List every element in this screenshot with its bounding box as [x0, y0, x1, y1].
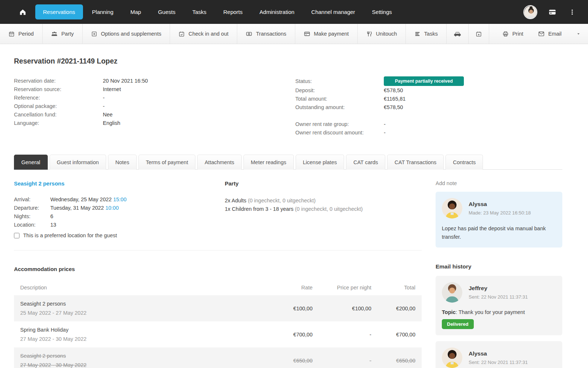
tasks-button[interactable]: Tasks	[406, 24, 447, 44]
user-avatar[interactable]	[523, 5, 537, 19]
party-row: 1x Children from 3 - 18 years (0 ingeche…	[225, 205, 422, 213]
email-timestamp: Sent: 22 Nov 2021 11:37:31	[469, 360, 528, 365]
email-card: Alyssa Sent: 22 Nov 2021 11:37:31	[436, 341, 562, 368]
note-timestamp: Made: 23 May 2022 16:50:18	[469, 210, 531, 216]
detail-label: Owner rent rate group:	[295, 121, 384, 127]
email-icon	[538, 30, 545, 37]
detail-label: Reservation source:	[14, 86, 103, 92]
nav-item-tasks[interactable]: Tasks	[185, 4, 214, 19]
make-payment-label: Make payment	[314, 31, 349, 37]
detail-label: Deposit:	[295, 87, 384, 93]
transactions-label: Transactions	[256, 31, 286, 37]
detail-value: €578,50	[384, 104, 403, 110]
party-button[interactable]: Party	[43, 24, 83, 44]
check-in-out-button[interactable]: Check in and out	[170, 24, 237, 44]
unitouch-label: Unitouch	[376, 31, 397, 37]
car-button[interactable]	[447, 24, 469, 44]
detail-value: Nee	[103, 112, 113, 118]
home-icon[interactable]	[16, 6, 29, 19]
check-in-out-label: Check in and out	[188, 31, 228, 37]
table-row-removed: Seasight 2 persons27 May 2022 - 30 May 2…	[14, 347, 422, 368]
nav-item-map[interactable]: Map	[123, 4, 149, 19]
email-sender-name: Jeffrey	[469, 285, 528, 292]
payments-card-icon[interactable]	[547, 7, 558, 18]
calendar-x-button[interactable]	[469, 24, 489, 44]
print-button[interactable]: Print	[495, 24, 531, 44]
reservation-details: Reservation date:20 Nov 2021 16:50 Reser…	[14, 76, 562, 137]
section-divider	[14, 250, 422, 250]
detail-value: €1165,81	[384, 96, 405, 102]
period-button[interactable]: Period	[0, 24, 43, 44]
tab-attachments[interactable]: Attachments	[197, 155, 242, 170]
col-description: Description	[20, 285, 268, 291]
print-icon	[502, 31, 509, 37]
nav-item-settings[interactable]: Settings	[364, 4, 400, 19]
nav-item-channel-manager[interactable]: Channel manager	[304, 4, 363, 19]
party-label: Party	[61, 31, 74, 37]
party-row: 2x Adults (0 ingecheckt, 0 uitgecheckt)	[225, 196, 422, 205]
detail-label: Outstanding amount:	[295, 104, 384, 110]
tab-terms-of-payment[interactable]: Terms of payment	[138, 155, 195, 170]
kebab-menu-icon[interactable]	[567, 7, 577, 18]
detail-value: Internet	[103, 86, 121, 92]
detail-label: Cancellation fund:	[14, 112, 103, 118]
col-total: Total	[371, 285, 415, 291]
detail-value: English	[103, 120, 120, 126]
tasks-list-icon	[414, 31, 421, 37]
calendar-icon	[8, 31, 15, 37]
email-button[interactable]: Email	[531, 24, 569, 44]
nav-item-administration[interactable]: Administration	[252, 4, 302, 19]
email-sender-avatar	[442, 282, 462, 303]
top-navigation-bar: Reservations Planning Map Guests Tasks R…	[0, 0, 588, 24]
tab-contracts[interactable]: Contracts	[445, 155, 483, 170]
calendar-check-icon	[178, 31, 185, 37]
accommodation-link[interactable]: Seasight 2 persons	[14, 180, 65, 187]
tab-cat-transactions[interactable]: CAT Transactions	[387, 155, 444, 170]
unitouch-button[interactable]: Unitouch	[358, 24, 406, 44]
note-author-avatar	[442, 198, 462, 219]
note-text: Lopez has paid the deposit via manual ba…	[442, 224, 556, 241]
transactions-button[interactable]: Transactions	[237, 24, 295, 44]
detail-value: -	[384, 130, 386, 136]
tab-cat-cards[interactable]: CAT cards	[346, 155, 385, 170]
detail-value: -	[103, 103, 105, 109]
detail-label: Reference:	[14, 95, 103, 101]
detail-label: Status:	[295, 78, 384, 84]
accommodation-prices-table: Description Rate Price per night Total S…	[14, 281, 422, 368]
accommodation-prices-title: Accommodation prices	[14, 266, 422, 272]
party-icon	[51, 30, 58, 37]
nights-value: 6	[50, 213, 53, 222]
print-label: Print	[512, 31, 523, 37]
page-title: Reservation #2021-1149 Lopez	[14, 57, 562, 65]
make-payment-button[interactable]: Make payment	[295, 24, 358, 44]
email-history-title: Email history	[436, 263, 562, 270]
nav-item-guests[interactable]: Guests	[150, 4, 183, 19]
field-label: Arrival:	[14, 196, 50, 205]
nav-item-reports[interactable]: Reports	[216, 4, 250, 19]
delivered-badge: Delivered	[442, 319, 474, 329]
detail-value: 20 Nov 2021 16:50	[103, 78, 148, 84]
preferred-location-checkbox[interactable]	[14, 233, 19, 238]
tab-general[interactable]: General	[14, 155, 48, 170]
nav-item-planning[interactable]: Planning	[84, 4, 121, 19]
departure-date: Tuesday, 31 May 2022	[50, 205, 104, 211]
location-link[interactable]: 13	[50, 222, 56, 230]
tab-notes[interactable]: Notes	[108, 155, 137, 170]
departure-time-link[interactable]: 10:00	[105, 205, 119, 211]
email-sender-name: Alyssa	[469, 350, 528, 357]
tab-meter-readings[interactable]: Meter readings	[244, 155, 294, 170]
detail-label: Language:	[14, 120, 103, 126]
field-label: Departure:	[14, 205, 50, 213]
nav-item-reservations[interactable]: Reservations	[35, 4, 83, 19]
email-label: Email	[548, 31, 562, 37]
email-topic: Topic: Thank you for your payment	[442, 309, 556, 315]
tab-license-plates[interactable]: License plates	[296, 155, 344, 170]
options-supplements-label: Options and supplements	[101, 31, 161, 37]
arrival-date: Wednesday, 25 May 2022	[50, 196, 112, 202]
add-note-link[interactable]: Add note	[436, 180, 562, 186]
status-badge: Payment partially received	[384, 76, 464, 86]
arrival-time-link[interactable]: 15:00	[113, 196, 126, 202]
tab-guest-information[interactable]: Guest information	[50, 155, 106, 170]
toolbar-more-button[interactable]	[569, 24, 588, 44]
options-supplements-button[interactable]: Options and supplements	[83, 24, 170, 44]
